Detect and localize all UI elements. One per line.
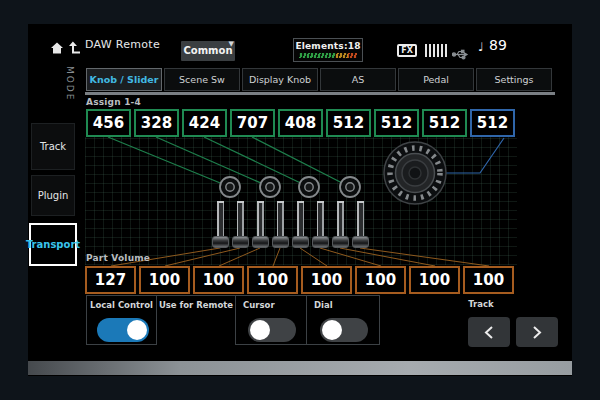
keyboard-icon [425,44,449,57]
tab-settings[interactable]: Settings [476,68,552,91]
device-photo-background: DAW Remote Common ▼ Elements:18 FX ♩ 89 … [0,0,600,400]
part-volume-8[interactable]: 100 [463,266,514,294]
assign-value-5[interactable]: 408 [278,109,323,137]
usb-icon [452,45,470,64]
part-volume-2[interactable]: 100 [139,266,190,294]
assign-value-7[interactable]: 512 [374,109,419,137]
quarter-note-icon: ♩ [478,40,484,54]
part-volume-1[interactable]: 127 [85,266,136,294]
common-button[interactable]: Common ▼ [181,41,235,61]
fx-icon: FX [397,44,417,57]
use-for-remote-cell: Use for Remote [157,295,235,345]
part-volume-6[interactable]: 100 [355,266,406,294]
tab-divider [85,92,555,95]
cursor-toggle[interactable] [248,318,296,342]
dropdown-icon: ▼ [229,34,234,54]
home-icon[interactable] [50,40,66,54]
tab-display-knob[interactable]: Display Knob [242,68,318,91]
tab-scene-sw[interactable]: Scene Sw [164,68,240,91]
mode-label: MODE [65,66,75,101]
chevron-right-icon [531,325,543,340]
assign-value-8[interactable]: 512 [422,109,467,137]
assign-value-3[interactable]: 424 [182,109,227,137]
synth-screen: DAW Remote Common ▼ Elements:18 FX ♩ 89 … [28,24,572,376]
dial-toggle[interactable] [320,318,368,342]
elements-meter [299,53,357,58]
chevron-left-icon [483,325,495,340]
part-volume-3[interactable]: 100 [193,266,244,294]
tab-as[interactable]: AS [320,68,396,91]
sidebar-item-transport[interactable]: Transport [29,223,77,266]
part-volume-7[interactable]: 100 [409,266,460,294]
track-next-button[interactable] [516,317,558,347]
part-volume-label: Part Volume [86,253,150,263]
sidebar-item-track[interactable]: Track [31,123,75,170]
assign-label: Assign 1-4 [86,97,141,107]
assign-value-2[interactable]: 328 [134,109,179,137]
cursor-cell: Cursor [235,295,307,345]
assign-value-9-selected[interactable]: 512 [470,109,515,137]
assign-value-4[interactable]: 707 [230,109,275,137]
page-title: DAW Remote [85,38,160,51]
assign-value-6[interactable]: 512 [326,109,371,137]
dial-cell: Dial [307,295,380,345]
local-control-cell: Local Control [86,295,157,345]
up-arrow-icon[interactable] [68,40,84,54]
sidebar-item-plugin[interactable]: Plugin [31,175,75,216]
elements-badge: Elements:18 [293,38,363,62]
tab-pedal[interactable]: Pedal [398,68,474,91]
tab-knob-slider[interactable]: Knob / Slider [86,68,162,91]
assign-value-1[interactable]: 456 [86,109,131,137]
screen-glare-strip [28,361,572,375]
part-volume-4[interactable]: 100 [247,266,298,294]
track-previous-button[interactable] [468,317,510,347]
track-nav-label: Track [466,299,496,309]
tempo-value: 89 [489,37,507,53]
part-volume-5[interactable]: 100 [301,266,352,294]
local-control-toggle[interactable] [97,318,149,342]
